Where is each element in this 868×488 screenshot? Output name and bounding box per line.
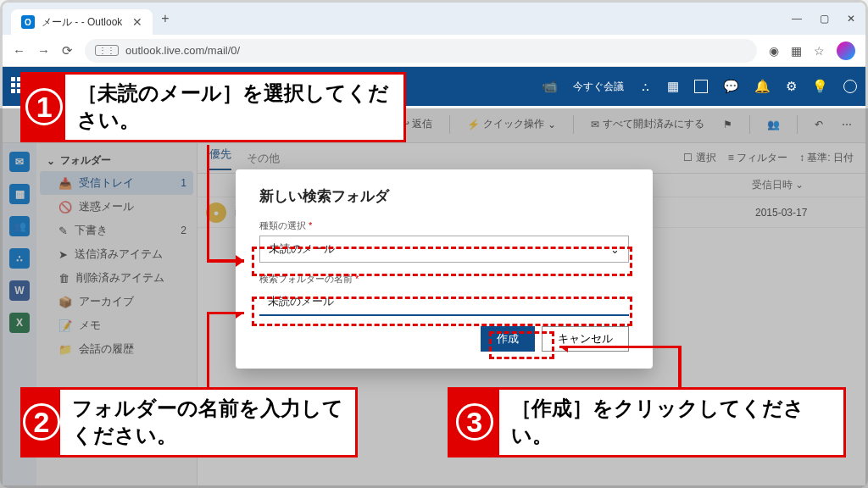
type-label: 種類の選択 * xyxy=(259,219,629,232)
camera-icon[interactable]: 📹 xyxy=(542,79,558,94)
url-input[interactable]: ⋮⋮ outlook.live.com/mail/0/ xyxy=(85,39,757,63)
browser-tab[interactable]: O メール - - Outlook ✕ xyxy=(11,9,153,35)
close-window-icon[interactable]: ✕ xyxy=(845,13,857,25)
reload-icon[interactable]: ⟳ xyxy=(62,43,73,58)
window-controls: — ▢ ✕ xyxy=(791,13,857,25)
back-icon[interactable]: ← xyxy=(13,43,25,58)
url-text: outlook.live.com/mail/0/ xyxy=(125,44,240,57)
app-icon[interactable] xyxy=(694,80,708,93)
meet-now-button[interactable]: 今すぐ会議 xyxy=(573,80,624,94)
maximize-icon[interactable]: ▢ xyxy=(818,13,830,25)
callout-1-text: ［未読のメール］を選択してください。 xyxy=(65,75,403,140)
profile-avatar[interactable] xyxy=(837,42,855,60)
type-select[interactable]: 未読のメール ⌄ xyxy=(259,236,629,263)
folder-name-input[interactable]: 未読のメール xyxy=(259,289,629,316)
callout-2-text: フォルダーの名前を入力してください。 xyxy=(60,390,355,455)
browser-address-bar: ← → ⟳ ⋮⋮ outlook.live.com/mail/0/ ◉ ▦ ☆ xyxy=(3,35,865,67)
minimize-icon[interactable]: — xyxy=(791,13,803,25)
modal-title: 新しい検索フォルダ xyxy=(259,186,629,206)
arrow-to-type xyxy=(207,144,258,271)
close-tab-icon[interactable]: ✕ xyxy=(132,15,142,29)
callout-2-number: 2 xyxy=(23,390,60,455)
browser-titlebar: O メール - - Outlook ✕ + — ▢ ✕ xyxy=(3,3,865,35)
callout-3-number: 3 xyxy=(450,390,499,455)
name-label: 検索フォルダーの名前 * xyxy=(259,273,629,286)
teams-icon[interactable]: ⛬ xyxy=(639,80,652,94)
callout-2: 2 フォルダーの名前を入力してください。 xyxy=(20,387,358,458)
new-tab-button[interactable]: + xyxy=(161,11,169,26)
account-icon[interactable] xyxy=(843,80,857,93)
callout-1-number: 1 xyxy=(23,75,65,140)
forward-icon[interactable]: → xyxy=(37,43,50,58)
name-value: 未読のメール xyxy=(268,294,334,309)
tab-title: メール - - Outlook xyxy=(42,15,122,30)
lightbulb-icon[interactable]: 💡 xyxy=(812,79,828,94)
extension-icon[interactable]: ▦ xyxy=(791,44,802,58)
outlook-favicon: O xyxy=(21,15,35,29)
create-button[interactable]: 作成 xyxy=(481,326,535,352)
type-value: 未読のメール xyxy=(269,241,335,257)
eye-icon[interactable]: ◉ xyxy=(769,44,779,58)
callout-3: 3 ［作成］をクリックしてください。 xyxy=(448,387,846,458)
chevron-down-icon: ⌄ xyxy=(610,243,620,256)
callout-3-text: ［作成］をクリックしてください。 xyxy=(499,390,844,455)
new-search-folder-modal: 新しい検索フォルダ 種類の選択 * 未読のメール ⌄ 検索フォルダーの名前 * … xyxy=(236,169,653,369)
arrow-to-name xyxy=(207,312,258,396)
site-info-icon[interactable]: ⋮⋮ xyxy=(95,45,119,56)
chat-icon[interactable]: 💬 xyxy=(723,79,739,94)
star-icon[interactable]: ☆ xyxy=(814,44,825,58)
calendar-mini-icon[interactable]: ▦ xyxy=(667,79,679,94)
callout-1: 1 ［未読のメール］を選択してください。 xyxy=(20,72,406,142)
bell-icon[interactable]: 🔔 xyxy=(754,79,771,94)
gear-icon[interactable]: ⚙ xyxy=(786,79,797,94)
